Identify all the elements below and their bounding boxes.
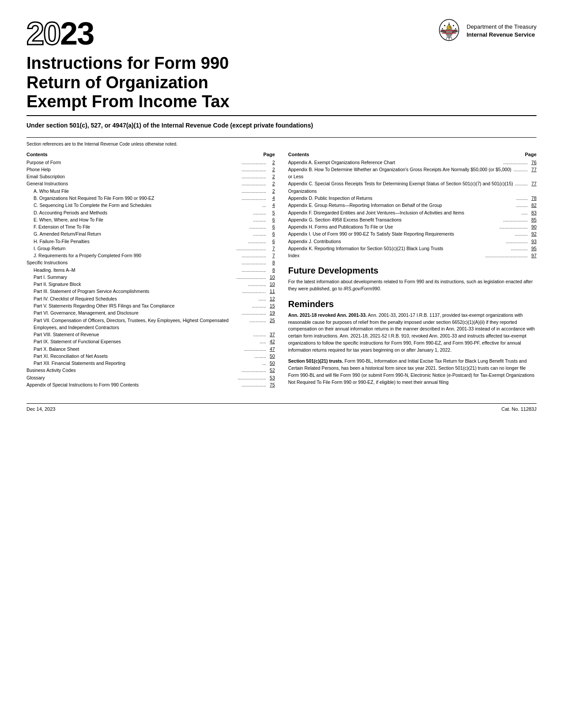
- toc-entry: J. Requirements for a Properly Completed…: [26, 252, 275, 259]
- right-toc-entry-page: 82: [528, 202, 537, 209]
- toc-entry-page: 6: [266, 230, 275, 237]
- right-toc-entry-label: Appendix F. Disregarded Entities and Joi…: [288, 209, 521, 216]
- toc-entry: Purpose of Form ................... 2: [26, 159, 275, 166]
- toc-entry-dots: ...................: [242, 188, 266, 195]
- right-toc-entry: Appendix E. Group Returns—Reporting Info…: [288, 202, 537, 209]
- toc-entry: Part XII. Financial Statements and Repor…: [26, 360, 275, 367]
- toc-entry-dots: ...................: [242, 252, 266, 259]
- toc-entry-page: 15: [266, 302, 275, 309]
- right-toc-entry-label: Appendix E. Group Returns—Reporting Info…: [288, 202, 516, 209]
- toc-entry-dots: ..........: [253, 216, 266, 223]
- right-toc-entry-page: 90: [528, 223, 537, 230]
- toc-entry: D. Accounting Periods and Methods ......…: [26, 209, 275, 216]
- right-toc-entry-page: 92: [528, 230, 537, 237]
- toc-entry-page: 2: [266, 159, 275, 166]
- svg-point-5: [453, 25, 454, 26]
- right-toc-entry: Appendix I. Use of Form 990 or 990-EZ To…: [288, 230, 537, 237]
- subtitle-divider: [26, 137, 537, 138]
- right-toc-entry-dots: .................: [506, 238, 528, 245]
- toc-entry-label: C. Sequencing List To Complete the Form …: [26, 202, 262, 209]
- right-toc-entry-dots: ...................: [503, 159, 528, 166]
- toc-entry-dots: ..............: [248, 281, 266, 288]
- toc-entry-page: 4: [266, 195, 275, 202]
- reminders-para2: Section 501(c)(21) trusts. Form 990-BL, …: [288, 358, 537, 386]
- year-display: 2023: [26, 18, 94, 49]
- right-toc-entry-page: 77: [528, 166, 537, 173]
- right-toc-entry-dots: ..........: [515, 230, 528, 237]
- toc-entry-label: Email Subscription: [26, 173, 242, 180]
- toc-entry-page: 10: [266, 274, 275, 281]
- toc-entry: Part X. Balance Sheet ................. …: [26, 345, 275, 353]
- right-toc-entry: Appendix D. Public Inspection of Returns…: [288, 195, 537, 202]
- toc-entry: H. Failure-To-File Penalties ...........…: [26, 238, 275, 245]
- toc-entry: Part VIII. Statement of Revenue ........…: [26, 331, 275, 338]
- toc-left: Contents Page Purpose of Form ..........…: [26, 152, 275, 390]
- toc-entry-label: H. Failure-To-File Penalties: [26, 238, 248, 245]
- toc-entry-page: 2: [266, 180, 275, 187]
- right-toc-entry-label: Appendix I. Use of Form 990 or 990-EZ To…: [288, 230, 515, 237]
- right-toc-entry: Appendix A. Exempt Organizations Referen…: [288, 159, 537, 166]
- right-toc-entry-page: 77: [528, 180, 537, 187]
- toc-entry: I. Group Return ....................... …: [26, 245, 275, 252]
- footer-date: Dec 14, 2023: [26, 406, 55, 412]
- toc-entry: General Instructions ...................…: [26, 180, 275, 187]
- toc-entry-label: B. Organizations Not Required To File Fo…: [26, 195, 242, 202]
- toc-entry-label: Part V. Statements Regarding Other IRS F…: [26, 302, 252, 309]
- year-bold: 23: [60, 16, 94, 51]
- toc-entry-label: Part IX. Statement of Functional Expense…: [26, 338, 260, 345]
- toc-entry-label: E. When, Where, and How To File: [26, 216, 253, 223]
- irs-text-block: Department of the Treasury Internal Reve…: [467, 23, 537, 39]
- toc-entry-label: Phone Help: [26, 166, 242, 173]
- irs-link[interactable]: IRS.gov/Form990: [344, 286, 380, 291]
- reminders-para1: Ann. 2021-18 revoked Ann. 2001-33. Ann. …: [288, 312, 537, 354]
- toc-entry-dots: ...................: [242, 173, 266, 180]
- toc-entry-page: 2: [266, 166, 275, 173]
- svg-point-6: [442, 28, 443, 29]
- right-toc-entry-dots: .........: [516, 202, 528, 209]
- toc-entry-label: Part VIII. Statement of Revenue: [26, 331, 253, 338]
- right-toc-entry-dots: .................................: [485, 252, 528, 259]
- toc-entry: Heading. Items A–M ................... 8: [26, 266, 275, 274]
- future-dev-heading: Future Developments: [288, 265, 537, 276]
- toc-entry: Part V. Statements Regarding Other IRS F…: [26, 302, 275, 309]
- toc-entry-dots: ..........: [253, 230, 266, 237]
- toc-entry: Specific Instructions ..................…: [26, 259, 275, 266]
- toc-entry-page: 4: [266, 202, 275, 209]
- toc-right: Contents Page Appendix A. Exempt Organiz…: [288, 152, 537, 390]
- toc-entry-dots: ...................: [242, 367, 266, 374]
- toc-header: Contents Page: [26, 152, 275, 157]
- toc-entry: A. Who Must File ................... 2: [26, 188, 275, 195]
- title-divider: [26, 115, 537, 116]
- irs-logo-icon: [436, 18, 462, 44]
- toc-entry-dots: ...................: [242, 259, 266, 266]
- toc-entries: Purpose of Form ................... 2Pho…: [26, 159, 275, 389]
- toc-entry-label: F. Extension of Time To File: [26, 223, 249, 230]
- toc-entry-label: Glossary: [26, 374, 238, 381]
- toc-entry-dots: .......................: [236, 245, 266, 252]
- toc-entry-page: 47: [266, 345, 275, 353]
- right-toc-entry-dots: ......................: [499, 223, 528, 230]
- toc-entry-page: 75: [266, 381, 275, 388]
- right-toc-entry-page: 93: [528, 238, 537, 245]
- toc-entry-page: 25: [266, 317, 275, 324]
- right-toc-entry-label: Appendix D. Public Inspection of Returns: [288, 195, 516, 202]
- right-toc-entry-page: 83: [528, 209, 537, 216]
- toc-entry: Part II. Signature Block .............. …: [26, 281, 275, 288]
- toc-entry-page: 8: [266, 259, 275, 266]
- toc-entry-dots: .........: [254, 353, 266, 360]
- toc-entry-dots: ...............…: [242, 288, 266, 295]
- toc-entry: F. Extension of Time To File ...........…: [26, 223, 275, 230]
- toc-entry-dots: ......................: [238, 374, 266, 381]
- toc-entry-label: Part I. Summary: [26, 274, 236, 281]
- main-content: Contents Page Purpose of Form ..........…: [26, 152, 537, 390]
- toc-entry: C. Sequencing List To Complete the Form …: [26, 202, 275, 209]
- toc-entry-label: D. Accounting Periods and Methods: [26, 209, 253, 216]
- toc-entry: Phone Help ................... 2: [26, 166, 275, 173]
- toc-entry-label: Part II. Signature Block: [26, 281, 248, 288]
- toc-entry-label: Purpose of Form: [26, 159, 242, 166]
- toc-entry-dots: ...: [262, 202, 266, 209]
- svg-point-3: [444, 25, 445, 26]
- svg-rect-12: [442, 33, 456, 34]
- right-toc-entry-page: 85: [528, 216, 537, 223]
- right-toc-entry-label: Appendix B. How To Determine Whether an …: [288, 166, 514, 180]
